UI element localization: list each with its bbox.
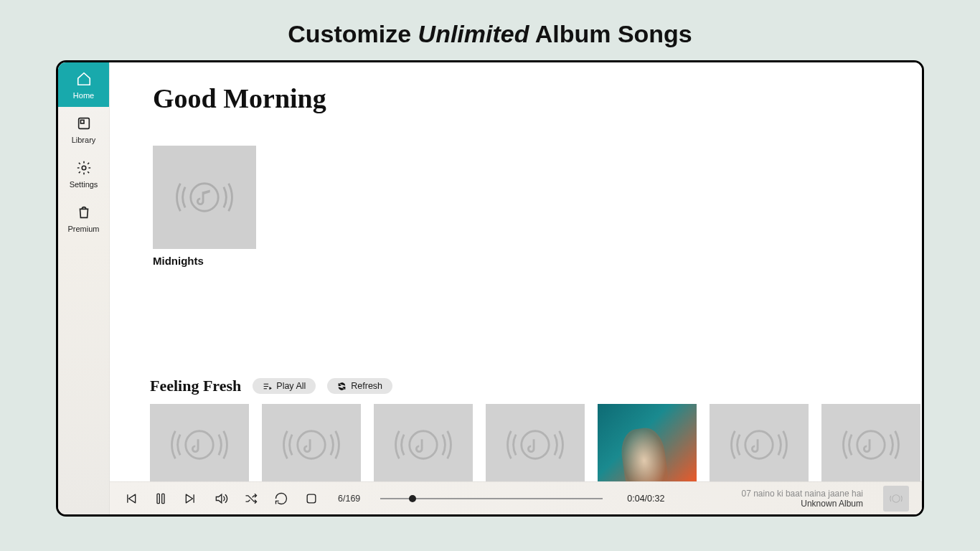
sidebar: Home Library Settings Premium — [58, 62, 110, 514]
carousel-card[interactable] — [486, 404, 585, 486]
home-icon — [76, 71, 92, 88]
now-playing-info: 07 naino ki baat naina jaane hai Unknown… — [742, 489, 863, 509]
time-display: 0:04/0:32 — [627, 494, 664, 504]
carousel-card-featured[interactable] — [598, 404, 697, 486]
headline-post: Album Songs — [529, 20, 692, 47]
gear-icon — [76, 160, 92, 177]
bag-icon — [76, 204, 92, 222]
sidebar-item-label: Home — [73, 91, 94, 100]
volume-button[interactable] — [213, 491, 229, 507]
svg-rect-12 — [307, 494, 316, 503]
progress-knob[interactable] — [409, 495, 416, 502]
svg-point-13 — [892, 494, 900, 501]
music-icon — [170, 163, 239, 232]
sidebar-item-library[interactable]: Library — [58, 107, 109, 151]
svg-point-2 — [82, 166, 86, 170]
svg-rect-1 — [80, 120, 84, 123]
carousel-card[interactable] — [262, 404, 361, 486]
music-icon — [887, 489, 905, 508]
refresh-button[interactable]: Refresh — [327, 378, 392, 394]
previous-button[interactable] — [123, 491, 138, 507]
play-all-label: Play All — [276, 381, 306, 391]
album-tile[interactable]: Midnights — [153, 146, 256, 267]
fresh-carousel — [150, 404, 920, 486]
refresh-icon — [337, 382, 347, 391]
headline-pre: Customize — [288, 20, 418, 47]
greeting-title: Good Morning — [153, 83, 326, 114]
sidebar-item-label: Settings — [70, 180, 98, 189]
pause-button[interactable] — [153, 491, 169, 507]
refresh-label: Refresh — [351, 381, 382, 391]
app-window: Home Library Settings Premium Good Morni… — [56, 60, 924, 517]
album-title: Midnights — [153, 255, 256, 267]
now-playing-album: Unknown Album — [742, 499, 863, 509]
svg-point-8 — [745, 431, 773, 458]
carousel-card[interactable] — [821, 404, 920, 486]
svg-point-3 — [191, 184, 218, 211]
track-counter: 6/169 — [338, 494, 360, 504]
library-icon — [76, 116, 92, 133]
stop-button[interactable] — [303, 491, 319, 507]
playlist-icon — [263, 382, 272, 391]
now-playing-art[interactable] — [883, 486, 909, 512]
svg-rect-11 — [162, 494, 164, 503]
page-headline: Customize Unlimited Album Songs — [0, 0, 980, 61]
next-button[interactable] — [183, 491, 199, 507]
carousel-card[interactable] — [374, 404, 473, 486]
progress-bar[interactable] — [380, 498, 603, 499]
carousel-card[interactable] — [150, 404, 249, 486]
svg-point-6 — [410, 431, 437, 458]
sidebar-item-label: Premium — [67, 225, 99, 233]
svg-point-7 — [522, 431, 549, 458]
carousel-card[interactable] — [710, 404, 809, 486]
sidebar-item-label: Library — [72, 136, 96, 144]
section-title: Feeling Fresh — [150, 377, 241, 395]
sidebar-item-settings[interactable]: Settings — [58, 151, 109, 196]
player-bar: 6/169 0:04/0:32 07 naino ki baat naina j… — [110, 481, 922, 514]
sidebar-item-home[interactable]: Home — [58, 62, 109, 107]
shuffle-button[interactable] — [243, 491, 259, 507]
svg-rect-10 — [157, 494, 159, 503]
album-art-placeholder — [153, 146, 256, 249]
play-all-button[interactable]: Play All — [253, 378, 316, 394]
svg-point-4 — [186, 431, 213, 458]
headline-italic: Unlimited — [418, 20, 529, 47]
svg-point-9 — [857, 431, 885, 458]
sidebar-item-premium[interactable]: Premium — [58, 196, 109, 240]
repeat-button[interactable] — [273, 491, 289, 507]
svg-point-5 — [298, 431, 325, 458]
now-playing-title: 07 naino ki baat naina jaane hai — [742, 489, 863, 499]
main-content: Good Morning Midnights Feeling Fresh P — [110, 62, 922, 514]
section-header: Feeling Fresh Play All Refresh — [150, 377, 392, 395]
